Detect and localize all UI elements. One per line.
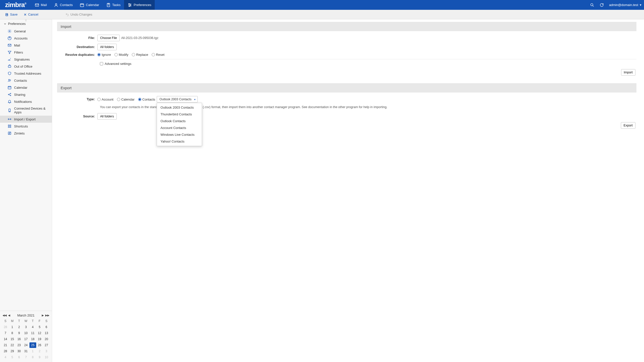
sidebar-item-signatures[interactable]: Signatures	[0, 56, 52, 63]
type-radio[interactable]	[138, 98, 141, 101]
minical-day[interactable]: 12	[36, 330, 43, 336]
resolve-option-ignore[interactable]: Ignore	[97, 53, 111, 57]
resolve-radio[interactable]	[132, 53, 135, 56]
minical-day[interactable]: 29	[9, 348, 16, 354]
type-option-account[interactable]: Account	[97, 98, 113, 101]
resolve-option-replace[interactable]: Replace	[132, 53, 148, 57]
format-option[interactable]: Thunderbird Contacts	[157, 111, 202, 118]
minical-day[interactable]: 8	[9, 330, 16, 336]
export-button[interactable]: Export	[621, 122, 635, 129]
minical-day[interactable]: 18	[29, 336, 36, 342]
sidebar-item-connected-devices-apps[interactable]: Connected Devices & Apps	[0, 105, 52, 116]
source-button[interactable]: All folders	[97, 113, 117, 120]
minical-day[interactable]: 10	[43, 354, 50, 360]
minical-day[interactable]: 9	[16, 330, 22, 336]
format-option[interactable]: Account Contacts	[157, 124, 202, 131]
nav-tab-calendar[interactable]: Calendar	[76, 0, 103, 10]
minical-day[interactable]: 3	[22, 324, 29, 330]
minical-day[interactable]: 23	[16, 342, 22, 348]
type-radio[interactable]	[117, 98, 120, 101]
minical-day[interactable]: 24	[22, 342, 29, 348]
cancel-button[interactable]: Cancel	[24, 13, 38, 16]
minical-day[interactable]: 10	[22, 330, 29, 336]
minical-day[interactable]: 22	[9, 342, 16, 348]
sidebar-item-notifications[interactable]: Notifications	[0, 98, 52, 105]
format-dropdown-toggle[interactable]: Outlook 2003 Contacts ▾	[157, 96, 198, 103]
format-option[interactable]: Outlook Contacts	[157, 118, 202, 124]
sidebar-item-general[interactable]: General	[0, 28, 52, 35]
advanced-settings-checkbox[interactable]	[100, 62, 103, 65]
nav-tab-contacts[interactable]: Contacts	[50, 0, 76, 10]
sidebar-item-out-of-office[interactable]: Out of Office	[0, 63, 52, 70]
minical-day[interactable]: 6	[43, 324, 50, 330]
minical-day[interactable]: 15	[9, 336, 16, 342]
minical-day[interactable]: 1	[9, 324, 16, 330]
sidebar-item-zimlets[interactable]: Zimlets	[0, 130, 52, 137]
sidebar-item-mail[interactable]: Mail	[0, 42, 52, 49]
minical-day[interactable]: 2	[16, 324, 22, 330]
type-option-contacts[interactable]: Contacts	[138, 98, 155, 101]
minical-day[interactable]: 17	[22, 336, 29, 342]
nav-tab-tasks[interactable]: Tasks	[103, 0, 124, 10]
nav-tab-mail[interactable]: Mail	[31, 0, 50, 10]
minical-day[interactable]: 20	[43, 336, 50, 342]
resolve-option-modify[interactable]: Modify	[114, 53, 128, 57]
minical-day[interactable]: 7	[22, 354, 29, 360]
format-option[interactable]: Windows Live Contacts	[157, 131, 202, 138]
minical-day[interactable]: 13	[43, 330, 50, 336]
undo-button[interactable]: Undo Changes	[65, 13, 92, 16]
nav-tab-preferences[interactable]: Preferences	[124, 0, 155, 10]
minical-day[interactable]: 27	[43, 342, 50, 348]
minical-day[interactable]: 21	[2, 342, 9, 348]
cal-next-month-icon[interactable]: ▶	[42, 314, 44, 317]
minical-day[interactable]: 7	[2, 330, 9, 336]
minical-day[interactable]: 19	[36, 336, 43, 342]
minical-day[interactable]: 28	[2, 348, 9, 354]
destination-button[interactable]: All folders	[97, 44, 117, 50]
resolve-option-reset[interactable]: Reset	[152, 53, 165, 57]
minical-day[interactable]: 11	[29, 330, 36, 336]
minical-day[interactable]: 6	[16, 354, 22, 360]
resolve-radio[interactable]	[114, 53, 118, 56]
sidebar-item-trusted-addresses[interactable]: Trusted Addresses	[0, 70, 52, 77]
minical-day[interactable]: 5	[9, 354, 16, 360]
type-radio[interactable]	[97, 98, 101, 101]
minical-day[interactable]: 4	[2, 354, 9, 360]
minical-day[interactable]: 30	[16, 348, 22, 354]
import-button[interactable]: Import	[621, 69, 635, 76]
cal-prev-month-icon[interactable]: ◀	[8, 314, 10, 317]
minical-day[interactable]: 28	[2, 324, 9, 330]
cal-prev-year-icon[interactable]: ◀◀	[3, 314, 7, 317]
format-option[interactable]: Outlook 2003 Contacts	[157, 104, 202, 111]
format-option[interactable]: Yahoo! Contacts	[157, 138, 202, 145]
minical-day[interactable]: 31	[22, 348, 29, 354]
minical-day[interactable]: 5	[36, 324, 43, 330]
minical-day[interactable]: 16	[16, 336, 22, 342]
minical-day[interactable]: 1	[29, 348, 36, 354]
user-menu[interactable]: admin@domain.test ▾	[609, 3, 641, 7]
search-icon[interactable]	[590, 3, 594, 7]
minical-day[interactable]: 26	[36, 342, 43, 348]
sidebar-item-sharing[interactable]: Sharing	[0, 91, 52, 98]
minical-day[interactable]: 3	[43, 348, 50, 354]
sidebar-item-import-export[interactable]: Import / Export	[0, 116, 52, 123]
choose-file-button[interactable]: Choose File	[97, 35, 120, 41]
resolve-radio[interactable]	[97, 53, 101, 56]
minical-day[interactable]: 9	[36, 354, 43, 360]
sidebar-item-calendar[interactable]: Calendar	[0, 84, 52, 91]
sidebar-item-contacts[interactable]: Contacts	[0, 77, 52, 84]
minical-day[interactable]: 2	[36, 348, 43, 354]
save-button[interactable]: Save	[5, 13, 18, 16]
sidebar-item-filters[interactable]: Filters	[0, 49, 52, 56]
type-option-calendar[interactable]: Calendar	[117, 98, 135, 101]
minical-day[interactable]: 25	[29, 342, 36, 348]
minical-day[interactable]: 4	[29, 324, 36, 330]
cal-next-year-icon[interactable]: ▶▶	[45, 314, 49, 317]
drag-handle-icon[interactable]	[25, 19, 27, 21]
refresh-icon[interactable]	[599, 3, 604, 7]
resolve-radio[interactable]	[152, 53, 155, 56]
minical-day[interactable]: 8	[29, 354, 36, 360]
sidebar-item-accounts[interactable]: Accounts	[0, 35, 52, 42]
minical-day[interactable]: 14	[2, 336, 9, 342]
sidebar-item-shortcuts[interactable]: Shortcuts	[0, 123, 52, 130]
